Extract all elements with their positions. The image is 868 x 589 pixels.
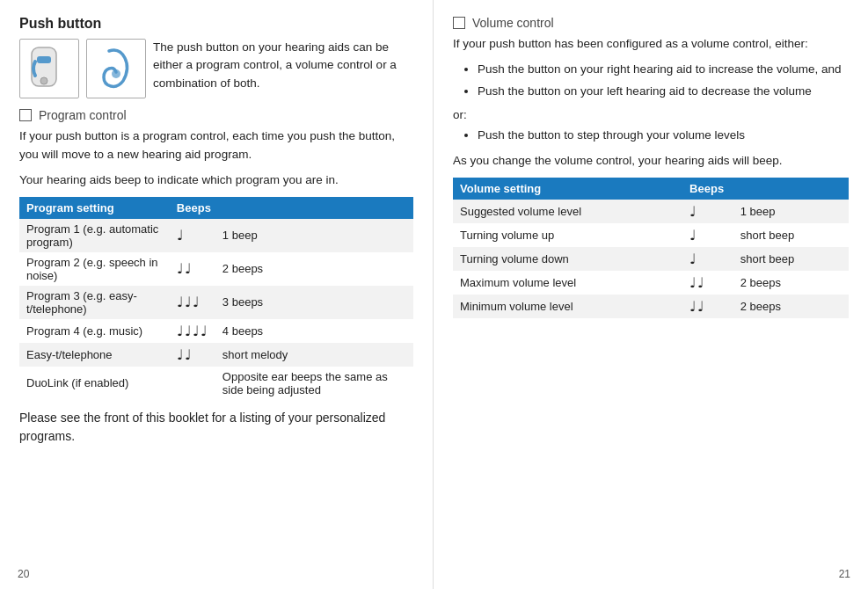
volume-note-cell: ♩ [682,200,733,223]
vol-table-header-beeps: Beeps [682,178,849,200]
volume-note-cell: ♩ [682,247,733,271]
program-beeps-cell: 4 beeps [215,319,413,343]
program-beeps-cell: Opposite ear beeps the same as side bein… [215,367,413,400]
volume-setting-cell: Turning volume down [453,247,682,271]
volume-control-intro: If your push button has been configured … [453,35,849,54]
program-control-heading: Program control [19,108,413,122]
table-row: Program 4 (e.g. music)♩♩♩♩4 beeps [19,319,413,343]
volume-beeps-cell: 2 beeps [733,294,849,318]
bullet-2: Push the button on your left hearing aid… [478,83,849,101]
program-beeps-cell: 1 beep [215,219,413,252]
program-beeps-cell: 2 beeps [215,252,413,286]
intro-text: The push button on your hearing aids can… [153,39,413,92]
volume-beeps-cell: short beep [733,247,849,271]
table-row: DuoLink (if enabled)Opposite ear beeps t… [19,367,413,400]
program-note-cell: ♩ [170,219,215,252]
program-setting-cell: Program 2 (e.g. speech in noise) [19,252,170,286]
svg-point-3 [112,69,120,78]
volume-setting-cell: Minimum volume level [453,294,682,318]
svg-point-2 [40,77,47,84]
volume-beeps-cell: short beep [733,223,849,247]
program-setting-cell: DuoLink (if enabled) [19,367,170,400]
svg-rect-1 [37,56,51,63]
program-control-text1: If your push button is a program control… [19,127,413,164]
hearing-aid-image-1 [19,39,79,98]
program-setting-cell: Program 3 (e.g. easy-t/telephone) [19,286,170,319]
note-text: Please see the front of this booklet for… [19,409,413,447]
checkbox-icon [19,109,32,121]
volume-setting-cell: Suggested volume level [453,200,682,223]
volume-bullet-list: Push the button on your right hearing ai… [453,61,849,101]
table-header-setting: Program setting [19,197,170,219]
push-button-title: Push button [19,16,413,32]
volume-beeps-cell: 2 beeps [733,271,849,294]
table-row: Easy-t/telephone♩♩short melody [19,343,413,367]
program-beeps-cell: 3 beeps [215,286,413,319]
table-row: Program 3 (e.g. easy-t/telephone)♩♩♩3 be… [19,286,413,319]
right-page: Volume control If your push button has b… [434,0,868,589]
volume-note-cell: ♩♩ [682,271,733,294]
program-setting-cell: Program 4 (e.g. music) [19,319,170,343]
table-row: Maximum volume level♩♩2 beeps [453,271,849,294]
vol-table-header-setting: Volume setting [453,178,682,200]
checkbox-icon-right [453,17,465,29]
table-row: Turning volume up♩short beep [453,223,849,247]
table-row: Program 2 (e.g. speech in noise)♩♩2 beep… [19,252,413,286]
volume-setting-cell: Turning volume up [453,223,682,247]
program-note-cell: ♩♩ [170,252,215,286]
program-note-cell: ♩♩ [170,343,215,367]
volume-setting-cell: Maximum volume level [453,271,682,294]
or-text: or: [453,108,849,121]
hearing-aid-images: The push button on your hearing aids can… [19,39,413,101]
volume-bullet-list-2: Push the button to step through your vol… [453,127,849,145]
volume-beeps-cell: 1 beep [733,200,849,223]
volume-control-heading: Volume control [453,16,849,30]
program-note-cell: ♩♩♩♩ [170,319,215,343]
bullet-3: Push the button to step through your vol… [478,127,849,145]
table-row: Minimum volume level♩♩2 beeps [453,294,849,318]
hearing-aid-image-2 [86,39,146,98]
volume-beeps-table: Volume setting Beeps Suggested volume le… [453,178,849,318]
table-header-beeps: Beeps [170,197,413,219]
closing-text: As you change the volume control, your h… [453,152,849,171]
left-page: Push button The push button on your hear… [0,0,434,589]
table-row: Turning volume down♩short beep [453,247,849,271]
program-setting-cell: Easy-t/telephone [19,343,170,367]
volume-note-cell: ♩♩ [682,294,733,318]
program-note-cell [170,367,215,400]
program-beeps-table: Program setting Beeps Program 1 (e.g. au… [19,197,413,400]
program-note-cell: ♩♩♩ [170,286,215,319]
page-number-right: 21 [839,568,850,580]
program-beeps-cell: short melody [215,343,413,367]
bullet-1: Push the button on your right hearing ai… [478,61,849,79]
table-row: Suggested volume level♩1 beep [453,200,849,223]
program-setting-cell: Program 1 (e.g. automatic program) [19,219,170,252]
table-row: Program 1 (e.g. automatic program)♩1 bee… [19,219,413,252]
volume-note-cell: ♩ [682,223,733,247]
program-control-text2: Your hearing aids beep to indicate which… [19,171,413,190]
page-number-left: 20 [18,568,29,580]
